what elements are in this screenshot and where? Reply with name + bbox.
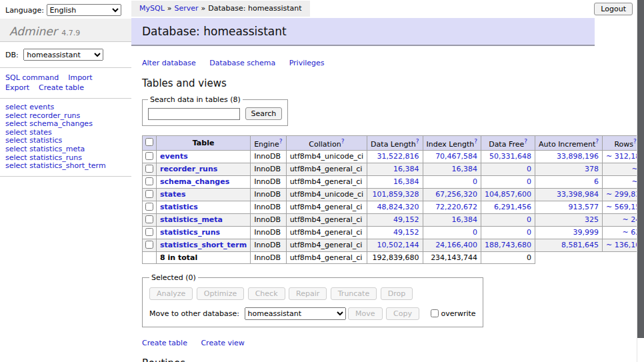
row-checkbox[interactable]: [145, 215, 153, 223]
column-header-auto-increment: Auto Increment?: [535, 136, 603, 151]
optimize-button[interactable]: Optimize: [197, 287, 244, 300]
data-free-link[interactable]: 0: [527, 215, 531, 224]
move-button[interactable]: Move: [348, 307, 383, 320]
row-checkbox[interactable]: [145, 241, 153, 249]
column-header-engine: Engine?: [251, 136, 286, 151]
help-icon[interactable]: ?: [474, 138, 477, 145]
table-name-link[interactable]: schema_changes: [160, 177, 229, 186]
data-free-link[interactable]: 0: [527, 165, 531, 173]
logout-button[interactable]: Logout: [594, 3, 633, 15]
auto-increment-link[interactable]: 33,398,984: [557, 190, 599, 199]
row-checkbox[interactable]: [145, 177, 153, 185]
table-name-link[interactable]: states: [160, 190, 186, 199]
index-length-link[interactable]: 24,166,400: [435, 241, 477, 249]
help-icon[interactable]: ?: [595, 138, 599, 145]
create-table-link-bottom[interactable]: Create table: [142, 339, 187, 347]
data-length-link[interactable]: 31,522,816: [377, 152, 419, 161]
overwrite-checkbox[interactable]: [431, 309, 439, 317]
data-length-link[interactable]: 49,152: [393, 228, 419, 237]
data-length-link[interactable]: 49,152: [393, 215, 419, 224]
row-checkbox[interactable]: [145, 152, 153, 160]
data-length-link[interactable]: 101,859,328: [373, 190, 419, 199]
export-link[interactable]: Export: [5, 83, 29, 92]
select-table-link[interactable]: select schema_changes: [5, 120, 126, 129]
table-name-link[interactable]: events: [160, 152, 188, 161]
auto-increment-link[interactable]: 6: [594, 177, 599, 186]
truncate-button[interactable]: Truncate: [331, 287, 377, 300]
move-row: Move to other database: homeassistant Mo…: [149, 306, 476, 320]
index-length-link[interactable]: 0: [473, 177, 477, 186]
db-select[interactable]: homeassistant: [23, 49, 103, 61]
drop-button[interactable]: Drop: [381, 287, 413, 300]
data-free-link[interactable]: 6,291,456: [494, 203, 531, 211]
search-button[interactable]: Search: [245, 107, 283, 120]
select-all-checkbox[interactable]: [145, 138, 153, 146]
data-length-link[interactable]: 10,502,144: [377, 241, 419, 249]
table-name-link[interactable]: statistics: [160, 203, 198, 211]
search-input[interactable]: [148, 108, 240, 120]
column-header-index-length: Index Length?: [423, 136, 481, 151]
engine-cell: InnoDB: [251, 175, 286, 188]
data-length-link[interactable]: 16,384: [393, 177, 419, 186]
privileges-link[interactable]: Privileges: [289, 59, 325, 67]
select-table-link[interactable]: select events: [5, 103, 126, 112]
help-icon[interactable]: ?: [341, 138, 345, 145]
alter-database-link[interactable]: Alter database: [142, 59, 196, 67]
help-icon[interactable]: ?: [416, 138, 419, 145]
row-checkbox[interactable]: [145, 203, 153, 211]
search-fieldset: Search data in tables (8) Search: [142, 95, 288, 126]
move-database-select[interactable]: homeassistant: [245, 307, 346, 320]
index-length-link[interactable]: 70,467,584: [435, 152, 477, 161]
table-name-link[interactable]: recorder_runs: [160, 165, 217, 173]
sql-command-link[interactable]: SQL command: [5, 73, 59, 82]
vertical-scrollbar[interactable]: [637, 0, 644, 362]
select-table-link[interactable]: select statistics_short_term: [5, 162, 126, 171]
index-length-link[interactable]: 16,384: [452, 215, 478, 224]
row-checkbox[interactable]: [145, 228, 153, 236]
create-view-link[interactable]: Create view: [201, 339, 244, 347]
import-link[interactable]: Import: [68, 73, 93, 82]
auto-increment-link[interactable]: 33,898,196: [557, 152, 599, 161]
table-row: recorder_runs InnoDB utf8mb4_general_ci …: [143, 163, 644, 175]
select-table-link[interactable]: select statistics_meta: [5, 145, 126, 154]
data-free-link[interactable]: 50,331,648: [489, 152, 531, 161]
help-icon[interactable]: ?: [524, 138, 527, 145]
index-length-link[interactable]: 67,256,320: [435, 190, 477, 199]
index-length-link[interactable]: 72,220,672: [435, 203, 477, 211]
row-checkbox[interactable]: [145, 190, 153, 198]
data-length-link[interactable]: 48,824,320: [377, 203, 419, 211]
selected-legend: Selected (0): [149, 273, 198, 282]
data-length-link[interactable]: 16,384: [393, 165, 419, 173]
table-name-link[interactable]: statistics_short_term: [160, 241, 247, 249]
data-free-link[interactable]: 0: [527, 228, 531, 237]
auto-increment-link[interactable]: 378: [585, 165, 599, 173]
auto-increment-link[interactable]: 39,999: [573, 228, 599, 237]
check-button[interactable]: Check: [248, 287, 285, 300]
data-free-link[interactable]: 188,743,680: [485, 241, 531, 249]
auto-increment-link[interactable]: 8,581,645: [561, 241, 599, 249]
repair-button[interactable]: Repair: [289, 287, 327, 300]
app-name: Adminer: [9, 25, 57, 38]
create-table-link[interactable]: Create table: [39, 83, 84, 92]
database-schema-link[interactable]: Database schema: [209, 59, 275, 67]
help-icon[interactable]: ?: [279, 138, 283, 145]
data-free-link[interactable]: 104,857,600: [485, 190, 531, 199]
sidebar-divider: [0, 176, 131, 177]
table-name-link[interactable]: statistics_meta: [160, 215, 223, 224]
analyze-button[interactable]: Analyze: [149, 287, 193, 300]
breadcrumb-server-link[interactable]: Server: [175, 4, 199, 13]
scrollbar-thumb[interactable]: [637, 0, 644, 338]
auto-increment-link[interactable]: 913,577: [569, 203, 599, 211]
auto-increment-link[interactable]: 325: [585, 215, 599, 224]
breadcrumb-mysql-link[interactable]: MySQL: [139, 4, 165, 13]
total-data-length: 192,839,680: [367, 251, 423, 263]
language-select[interactable]: English: [47, 4, 121, 16]
sidebar-table-links: select events select recorder_runs selec…: [0, 99, 131, 176]
row-checkbox[interactable]: [145, 165, 153, 173]
data-free-link[interactable]: 0: [527, 177, 531, 186]
copy-button[interactable]: Copy: [386, 307, 419, 320]
index-length-link[interactable]: 0: [473, 228, 477, 237]
collation-cell: utf8mb4_general_ci: [286, 213, 367, 226]
table-name-link[interactable]: statistics_runs: [160, 228, 220, 237]
index-length-link[interactable]: 16,384: [452, 165, 478, 173]
